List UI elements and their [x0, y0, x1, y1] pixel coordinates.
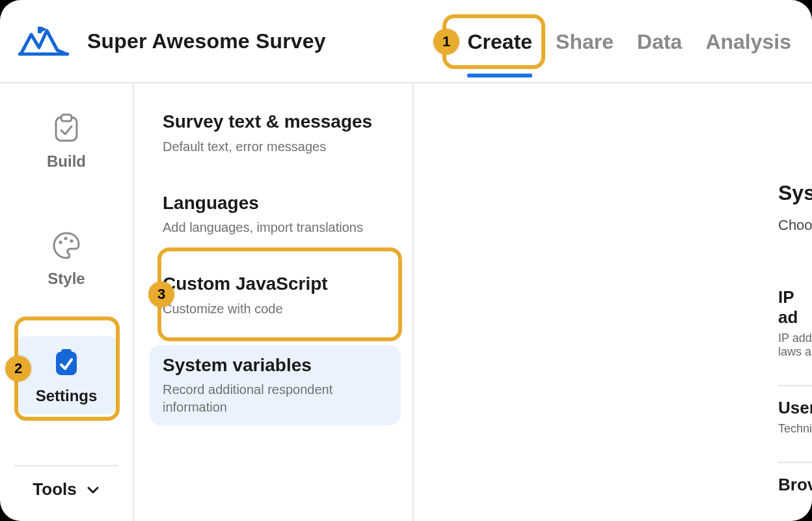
svg-rect-2	[61, 115, 72, 121]
setting-survey-text[interactable]: Survey text & messages Default text, err…	[150, 102, 401, 165]
chevron-down-icon	[86, 483, 100, 497]
tab-data[interactable]: Data	[637, 30, 682, 54]
content-row-title: User	[778, 398, 812, 418]
content-panel: Sys Choo IP ad IP add laws a User Techni…	[414, 83, 812, 521]
clipboard-check-icon	[53, 348, 79, 378]
tab-share[interactable]: Share	[556, 30, 614, 54]
callout-badge-1: 1	[433, 29, 459, 55]
setting-desc: Add languages, import translations	[163, 219, 388, 236]
app-frame: Super Awesome Survey Create Share Data A…	[0, 0, 812, 521]
tools-menu[interactable]: Tools	[14, 479, 118, 500]
svg-point-4	[64, 236, 67, 240]
setting-desc: Default text, error messages	[163, 138, 388, 156]
setting-custom-js[interactable]: Custom JavaScript Customize with code	[150, 264, 401, 327]
setting-desc: Record additional respondent information	[163, 381, 388, 416]
content-row-desc: Techni	[778, 422, 812, 436]
content-heading: Sys	[778, 181, 812, 205]
content-divider	[778, 462, 812, 463]
svg-rect-7	[61, 349, 72, 356]
rail-item-label: Settings	[36, 387, 98, 405]
top-nav: Create Share Data Analysis	[467, 0, 791, 83]
content-row-title: IP ad	[778, 287, 812, 328]
svg-rect-0	[38, 27, 42, 33]
setting-title: Custom JavaScript	[163, 273, 388, 295]
app-logo	[18, 24, 69, 58]
svg-point-5	[70, 239, 73, 242]
setting-title: Languages	[163, 192, 388, 214]
rail-item-label: Style	[47, 270, 85, 288]
rail-separator	[14, 465, 118, 466]
svg-point-3	[59, 240, 62, 244]
body: Build Style	[0, 83, 812, 521]
palette-icon	[51, 231, 81, 260]
setting-title: System variables	[163, 354, 388, 376]
setting-languages[interactable]: Languages Add languages, import translat…	[150, 183, 401, 246]
tab-create[interactable]: Create	[467, 30, 532, 54]
top-bar: Super Awesome Survey Create Share Data A…	[0, 0, 812, 83]
mountains-icon	[18, 24, 69, 58]
tools-label: Tools	[33, 479, 76, 500]
content-row-title: Brov	[778, 475, 812, 495]
survey-title: Super Awesome Survey	[87, 29, 326, 53]
setting-title: Survey text & messages	[163, 111, 388, 133]
content-row-desc: IP add laws a	[778, 331, 812, 359]
content-lead: Choo	[778, 217, 812, 234]
left-rail: Build Style	[0, 83, 134, 521]
setting-system-variables[interactable]: System variables Record additional respo…	[150, 345, 401, 426]
settings-list: Survey text & messages Default text, err…	[134, 83, 414, 521]
rail-item-build[interactable]: Build	[14, 102, 118, 180]
tab-analysis[interactable]: Analysis	[705, 30, 791, 54]
rail-item-style[interactable]: Style	[14, 219, 118, 297]
rail-item-label: Build	[47, 152, 86, 171]
rail-item-settings[interactable]: Settings	[14, 336, 118, 414]
setting-desc: Customize with code	[163, 300, 388, 318]
clipboard-icon	[53, 113, 79, 143]
content-divider	[778, 385, 812, 386]
